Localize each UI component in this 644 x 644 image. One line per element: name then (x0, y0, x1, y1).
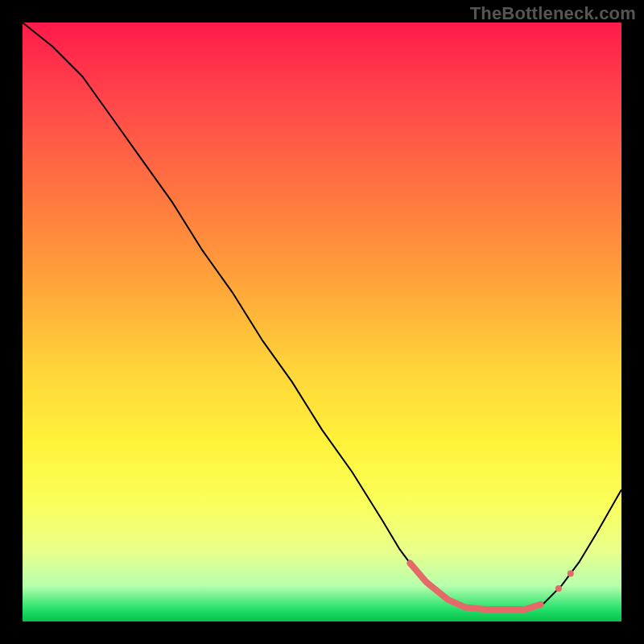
chart-curve-line (23, 23, 621, 609)
highlight-dash (410, 564, 425, 582)
chart-svg (23, 23, 621, 621)
chart-frame: TheBottleneck.com (0, 0, 644, 644)
chart-highlight-dashes (410, 564, 540, 610)
highlight-dot (568, 571, 574, 577)
highlight-dash (525, 605, 540, 609)
chart-plot-area (23, 23, 621, 621)
highlight-dash (427, 583, 447, 600)
highlight-dot (555, 585, 562, 592)
highlight-dash (465, 607, 485, 609)
highlight-dash (448, 600, 464, 607)
watermark-text: TheBottleneck.com (470, 3, 636, 24)
